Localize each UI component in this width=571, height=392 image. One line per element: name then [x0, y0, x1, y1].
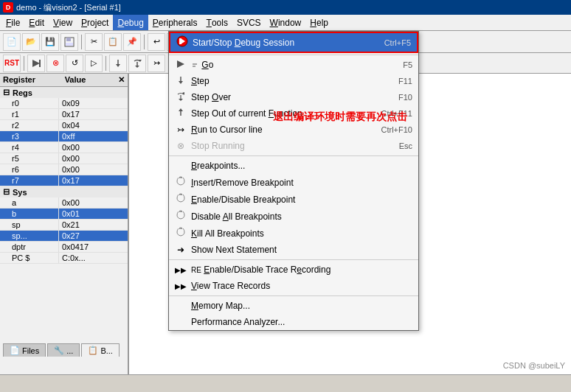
reg-b[interactable]: b0x01	[0, 209, 128, 220]
step-out-shortcut: Ctrl+F11	[381, 109, 413, 118]
svg-marker-15	[179, 108, 183, 111]
disable-all-bp-label: Disable All Breakpoints	[191, 211, 412, 222]
memory-map-label: Memory Map...	[191, 301, 412, 311]
reg-dptr[interactable]: dptr0x0417	[0, 242, 128, 253]
step-over-icon	[175, 92, 187, 103]
reg-r1[interactable]: r10x17	[0, 109, 128, 120]
run-cursor-label: Run to Cursor line	[191, 125, 362, 135]
copy-btn[interactable]: 📋	[104, 33, 122, 51]
run-cursor-icon: ↣	[175, 125, 187, 135]
menu-breakpoints[interactable]: Breakpoints...	[169, 158, 418, 174]
save-all-btn[interactable]	[60, 33, 78, 51]
save-btn[interactable]: 💾	[41, 33, 59, 51]
paste-btn[interactable]: 📌	[123, 33, 141, 51]
reg-pc[interactable]: PC $C:0x...	[0, 253, 128, 264]
go-icon	[175, 60, 187, 71]
books-tab[interactable]: 📋 B...	[81, 343, 120, 357]
regs-label: ...	[66, 346, 73, 355]
regs-group[interactable]: ⊟Regs	[0, 87, 128, 98]
reg-r5[interactable]: r50x00	[0, 153, 128, 164]
menu-perf-analyzer[interactable]: Performance Analyzer...	[169, 314, 418, 330]
open-btn[interactable]: 📂	[22, 33, 40, 51]
show-next-label: Show Next Statement	[191, 245, 412, 255]
step-icon	[175, 76, 187, 87]
menu-edit[interactable]: Edit	[24, 15, 49, 30]
menu-tools[interactable]: Tools	[202, 15, 232, 30]
regs-tab[interactable]: 🔧 ...	[47, 343, 80, 357]
menu-trace-record[interactable]: ▶▶ RE Enable/Disable Trace Recording	[169, 262, 418, 278]
debug-step-over-btn2[interactable]	[128, 55, 146, 72]
panel-close-btn[interactable]: ✕	[118, 75, 125, 85]
reg-r4[interactable]: r40x00	[0, 142, 128, 153]
stop-shortcut: Esc	[399, 141, 412, 150]
menu-memory-map[interactable]: Memory Map...	[169, 298, 418, 314]
run-cursor-shortcut: Ctrl+F10	[381, 125, 413, 134]
reg-a[interactable]: a0x00	[0, 197, 128, 209]
debug-stop-btn[interactable]: ⊗	[46, 55, 64, 72]
debug-step-btn[interactable]	[27, 55, 45, 72]
files-label: Files	[22, 346, 39, 355]
reg-sp-ext[interactable]: sp...0x27	[0, 231, 128, 242]
sep4	[24, 56, 24, 71]
menu-disable-all-bp[interactable]: Disable All Breakpoints	[169, 208, 418, 225]
new-btn[interactable]: 📄	[3, 33, 21, 51]
menu-kill-all-bp[interactable]: Kill All Breakpoints	[169, 225, 418, 242]
menu-step-over[interactable]: Step Over F10	[169, 89, 418, 105]
sep-2	[169, 155, 418, 156]
value-title: Value	[65, 75, 86, 85]
menu-stop: ⊗ Stop Running Esc	[169, 138, 418, 154]
svg-marker-14	[179, 99, 183, 101]
reg-sp[interactable]: sp0x21	[0, 220, 128, 231]
menu-go[interactable]: Go F5	[169, 57, 418, 73]
sep-3	[169, 259, 418, 260]
reg-r6[interactable]: r60x00	[0, 164, 128, 175]
step-over-label: Step Over	[191, 92, 379, 102]
debug-run-cursor-btn[interactable]: ↣	[148, 55, 165, 72]
menu-help[interactable]: Help	[305, 15, 333, 30]
menu-start-stop-debug[interactable]: Start/Stop Debug Session Ctrl+F5	[169, 32, 418, 53]
menu-run-cursor[interactable]: ↣ Run to Cursor line Ctrl+F10	[169, 122, 418, 138]
menu-debug[interactable]: Debug	[113, 15, 148, 30]
menu-peripherals[interactable]: Peripherals	[148, 15, 202, 30]
go-shortcut: F5	[403, 60, 412, 69]
menu-project[interactable]: Project	[77, 15, 113, 30]
menu-step-out[interactable]: Step Out of current Function Ctrl+F11	[169, 105, 418, 122]
register-panel: Register Value ✕ ⊟Regs r00x09 r10x17 r20…	[0, 74, 129, 374]
debug-restart-btn[interactable]: ↺	[66, 55, 83, 72]
rst-btn[interactable]: RST	[3, 55, 21, 72]
undo-btn[interactable]: ↩	[148, 33, 165, 51]
reg-r0[interactable]: r00x09	[0, 98, 128, 109]
svg-rect-2	[66, 43, 73, 46]
menu-window[interactable]: Window	[266, 15, 306, 30]
menu-insert-bp[interactable]: Insert/Remove Breakpoint	[169, 174, 418, 191]
menu-show-next[interactable]: ➜ Show Next Statement	[169, 242, 418, 258]
reg-r7[interactable]: r70x17	[0, 175, 128, 186]
reg-r2[interactable]: r20x04	[0, 120, 128, 131]
svg-marker-12	[179, 81, 183, 84]
view-trace-label: View Trace Records	[191, 281, 412, 291]
svg-marker-5	[116, 64, 120, 67]
menu-file[interactable]: File	[1, 15, 24, 30]
step-over-shortcut: F10	[398, 93, 412, 102]
debug-step-in-btn[interactable]	[109, 55, 127, 72]
menu-enable-bp[interactable]: Enable/Disable Breakpoint	[169, 191, 418, 208]
show-next-icon: ➜	[175, 245, 187, 255]
step-label: Step	[191, 76, 379, 86]
title-text: demo - 编vision2 - [Serial #1]	[16, 2, 121, 13]
sys-group[interactable]: ⊟Sys	[0, 186, 128, 197]
menu-view[interactable]: View	[49, 15, 77, 30]
menu-view-trace[interactable]: ▶▶ View Trace Records	[169, 278, 418, 294]
debug-dropdown-menu: Start/Stop Debug Session Ctrl+F5 Go F5 S…	[168, 31, 419, 331]
files-tab[interactable]: 📄 Files	[3, 343, 46, 357]
debug-go-btn[interactable]: ▷	[85, 55, 103, 72]
breakpoints-label: Breakpoints...	[191, 161, 393, 171]
panel-header: Register Value ✕	[0, 74, 128, 87]
trace-record-icon: ▶▶	[175, 266, 187, 274]
svg-marker-3	[32, 60, 40, 67]
perf-analyzer-label: Performance Analyzer...	[191, 317, 412, 327]
cut-btn[interactable]: ✂	[85, 33, 103, 51]
files-icon: 📄	[10, 346, 20, 355]
menu-step[interactable]: Step F11	[169, 73, 418, 89]
reg-r3[interactable]: r30xff	[0, 131, 128, 142]
menu-svcs[interactable]: SVCS	[232, 15, 266, 30]
